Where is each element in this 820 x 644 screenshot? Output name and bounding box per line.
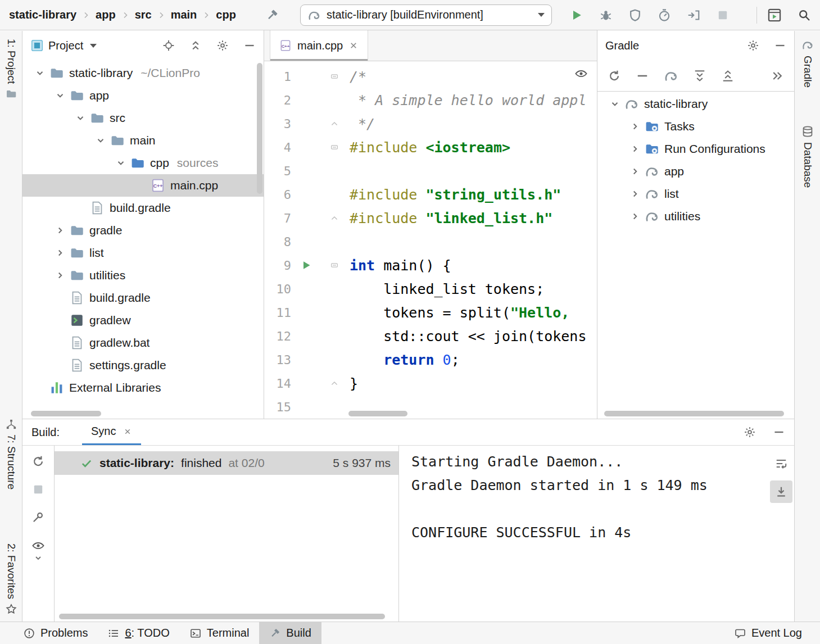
project-tree-item-gradle[interactable]: gradle — [22, 219, 264, 242]
fold-start-icon[interactable] — [321, 72, 347, 81]
build-hscrollbar[interactable] — [59, 614, 385, 619]
toolwindow-tab-structure[interactable]: 7: Structure — [0, 419, 22, 489]
project-tree-item-list[interactable]: list — [22, 242, 264, 264]
soft-wrap-button[interactable] — [770, 452, 792, 475]
pin-icon[interactable] — [31, 511, 45, 524]
project-tree-item-static-library[interactable]: static-library~/CLionPro — [22, 62, 264, 84]
project-tree-item-gradlew-bat[interactable]: gradlew.bat — [22, 332, 264, 354]
gradle-tree-item-list[interactable]: list — [597, 183, 794, 205]
project-tree-item-gradlew[interactable]: gradlew — [22, 309, 264, 332]
toolwindow-tab-gradle[interactable]: Gradle — [795, 39, 820, 88]
project-tree-item-external-libraries[interactable]: External Libraries — [22, 377, 264, 399]
close-icon[interactable] — [123, 427, 132, 436]
select-opened-file-icon[interactable] — [162, 39, 175, 52]
toolwindow-tab-favorites[interactable]: 2: Favorites — [0, 543, 22, 615]
gradle-tree-item-static-library[interactable]: static-library — [597, 93, 794, 115]
project-panel-title[interactable]: Project — [48, 39, 83, 52]
chevron-right-icon[interactable] — [626, 138, 645, 160]
execute-gradle-task-icon[interactable] — [664, 69, 678, 83]
collapse-all-icon[interactable] — [189, 39, 202, 52]
chevron-right-icon[interactable] — [51, 242, 70, 264]
toolwindow-tab-project[interactable]: 1: Project — [0, 39, 22, 99]
chevron-down-icon[interactable] — [91, 129, 110, 152]
gradle-tree-item-tasks[interactable]: Tasks — [597, 115, 794, 138]
run-toolwindow-button[interactable] — [767, 8, 782, 22]
gradle-hscrollbar[interactable] — [604, 411, 784, 416]
run-configuration-select[interactable]: static-library [buildEnvironment] — [300, 4, 552, 26]
detach-icon[interactable] — [636, 69, 649, 83]
code-editor[interactable]: 1/*2 * A simple hello world appl3 */4#in… — [264, 61, 597, 419]
hide-panel-icon[interactable] — [774, 39, 786, 52]
profiler-button[interactable] — [658, 8, 671, 22]
collapse-all-icon[interactable] — [721, 69, 735, 83]
chevron-right-icon[interactable] — [626, 160, 645, 183]
close-icon[interactable] — [348, 40, 359, 51]
hide-panel-icon[interactable] — [773, 426, 785, 438]
project-hscrollbar[interactable] — [31, 411, 101, 416]
search-everywhere-button[interactable] — [798, 8, 811, 22]
build-output[interactable]: Starting Gradle Daemon...Gradle Daemon s… — [399, 446, 768, 622]
breadcrumb-cpp[interactable]: cpp — [216, 8, 236, 21]
project-tree-item-app[interactable]: app — [22, 84, 264, 107]
breadcrumb-static-library[interactable]: static-library — [9, 8, 76, 21]
gradle-tree-item-run-configurations[interactable]: Run Configurations — [597, 138, 794, 160]
run-button[interactable] — [570, 8, 583, 22]
breadcrumb-src[interactable]: src — [135, 8, 152, 21]
project-vscrollbar[interactable] — [257, 63, 262, 194]
chevron-down-icon[interactable] — [71, 107, 90, 129]
statusbar-terminal[interactable]: Terminal — [180, 622, 260, 644]
fold-end-icon[interactable] — [321, 214, 347, 223]
chevron-right-icon[interactable] — [626, 183, 645, 205]
gradle-tree-item-utilities[interactable]: utilities — [597, 205, 794, 228]
editor-tab-main-cpp[interactable]: C++ main.cpp — [270, 30, 368, 61]
build-tab-sync[interactable]: Sync — [82, 419, 141, 445]
chevron-right-icon[interactable] — [51, 264, 70, 287]
highlighting-level-icon[interactable] — [574, 67, 588, 80]
project-tree-item-build-gradle[interactable]: build.gradle — [22, 287, 264, 309]
chevron-right-icon[interactable] — [626, 115, 645, 138]
run-main-icon[interactable] — [291, 260, 321, 271]
refresh-gradle-icon[interactable] — [608, 69, 621, 83]
project-tree-item-utilities[interactable]: utilities — [22, 264, 264, 287]
chevron-down-icon[interactable] — [51, 84, 70, 107]
chevron-down-icon[interactable] — [111, 152, 130, 174]
chevron-down-icon[interactable] — [605, 93, 624, 115]
build-result-row[interactable]: static-library: finished at 02/0 5 s 937… — [55, 451, 398, 475]
project-tree-item-settings-gradle[interactable]: settings.gradle — [22, 354, 264, 377]
fold-end-icon[interactable] — [321, 119, 347, 128]
statusbar-problems[interactable]: Problems — [13, 622, 98, 644]
breadcrumb-app[interactable]: app — [96, 8, 116, 21]
run-with-coverage-button[interactable] — [628, 8, 642, 22]
view-options-button[interactable] — [31, 539, 45, 563]
fold-start-icon[interactable] — [321, 261, 347, 270]
build-project-icon[interactable] — [265, 8, 279, 22]
project-tree-item-src[interactable]: src — [22, 107, 264, 129]
editor-hscrollbar[interactable] — [348, 411, 407, 416]
project-tree-item-main[interactable]: main — [22, 129, 264, 152]
project-tree-item-build-gradle[interactable]: build.gradle — [22, 197, 264, 219]
chevron-right-icon[interactable] — [626, 205, 645, 228]
statusbar-todo[interactable]: 6: TODO — [98, 622, 179, 644]
debug-button[interactable] — [599, 8, 613, 22]
gear-icon[interactable] — [216, 39, 229, 52]
more-icon[interactable] — [771, 69, 784, 83]
fold-end-icon[interactable] — [321, 379, 347, 388]
statusbar-event-log[interactable]: Event Log — [724, 622, 812, 644]
rerun-icon[interactable] — [31, 455, 45, 468]
project-tree-item-main-cpp[interactable]: C++main.cpp — [22, 174, 264, 197]
gradle-tree-item-app[interactable]: app — [597, 160, 794, 183]
attach-debugger-button[interactable] — [687, 8, 700, 22]
chevron-down-icon[interactable] — [30, 62, 49, 84]
statusbar-build[interactable]: Build — [259, 622, 321, 644]
hide-panel-icon[interactable] — [243, 39, 256, 52]
gear-icon[interactable] — [744, 426, 756, 438]
toolwindow-tab-database[interactable]: Database — [795, 125, 820, 188]
scroll-to-end-button[interactable] — [770, 480, 792, 503]
chevron-right-icon[interactable] — [51, 219, 70, 242]
fold-start-icon[interactable] — [321, 143, 347, 152]
expand-all-icon[interactable] — [693, 69, 706, 83]
breadcrumb-main[interactable]: main — [171, 8, 197, 21]
gear-icon[interactable] — [747, 39, 759, 52]
chevron-down-icon[interactable] — [90, 44, 97, 48]
project-tree-item-cpp[interactable]: cppsources — [22, 152, 264, 174]
